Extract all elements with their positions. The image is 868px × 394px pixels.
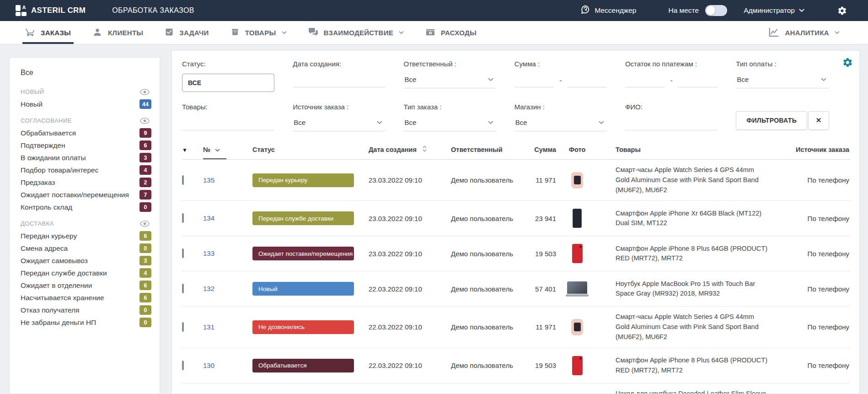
sum-from-input[interactable] bbox=[514, 74, 554, 87]
date-created-input[interactable] bbox=[293, 74, 385, 87]
filter-payment-type: Тип оплаты : Все bbox=[736, 60, 829, 92]
sidebar-item[interactable]: Контроль склад0 bbox=[10, 201, 160, 213]
sidebar-item[interactable]: Предзаказ2 bbox=[10, 176, 160, 189]
row-checkbox[interactable] bbox=[182, 322, 184, 332]
fio-input[interactable] bbox=[625, 117, 718, 130]
tab-tasks[interactable]: ЗАДАЧИ bbox=[165, 21, 209, 44]
row-checkbox[interactable] bbox=[182, 248, 184, 258]
main-area: Все НОВЫЙ Новый 44 СОГЛАСОВАНИЕ Обрабаты… bbox=[0, 44, 868, 394]
sidebar-item[interactable]: В ожидании оплаты3 bbox=[10, 151, 160, 164]
status-chip[interactable]: Новый bbox=[252, 282, 354, 296]
tab-clients[interactable]: КЛИЕНТЫ bbox=[92, 21, 143, 44]
order-number-link[interactable]: 132 bbox=[203, 285, 214, 292]
eye-icon[interactable] bbox=[140, 118, 150, 124]
row-checkbox[interactable] bbox=[182, 213, 184, 223]
column-header-number[interactable]: № bbox=[203, 140, 226, 159]
row-checkbox[interactable] bbox=[182, 175, 184, 185]
sum-cell: 19 503 bbox=[525, 362, 556, 369]
products-filter-input[interactable] bbox=[182, 117, 274, 130]
column-header-status: Статус bbox=[252, 146, 369, 153]
tab-products[interactable]: ТОВАРЫ bbox=[230, 21, 287, 44]
created-cell: 22.03.2022 09:10 bbox=[369, 362, 451, 369]
order-number-link[interactable]: 134 bbox=[203, 214, 214, 222]
chart-icon bbox=[768, 27, 779, 38]
count-badge: 3 bbox=[139, 256, 151, 265]
count-badge: 44 bbox=[139, 99, 151, 109]
row-checkbox[interactable] bbox=[182, 361, 184, 370]
sidebar-item[interactable]: Отказ получателя0 bbox=[10, 304, 160, 316]
filter-responsible: Ответственный : Все bbox=[403, 60, 496, 92]
status-chip[interactable]: Не дозвонились bbox=[252, 320, 354, 334]
table-row: 135 Передан курьеру 23.03.2022 09:10 Дем… bbox=[182, 160, 850, 201]
count-badge: 0 bbox=[139, 202, 151, 212]
status-chip[interactable]: Передан курьеру bbox=[252, 173, 354, 187]
eye-icon[interactable] bbox=[140, 89, 150, 95]
sum-to-input[interactable] bbox=[567, 74, 606, 87]
settings-gear-button[interactable] bbox=[837, 6, 847, 16]
chat-bubbles-icon bbox=[308, 27, 318, 38]
status-filter-input[interactable] bbox=[182, 74, 274, 92]
user-menu[interactable]: Администратор bbox=[744, 6, 804, 15]
balance-to-input[interactable] bbox=[678, 74, 718, 87]
presence-toggle[interactable] bbox=[705, 5, 727, 16]
order-number-link[interactable]: 130 bbox=[203, 362, 214, 369]
status-chip[interactable]: Передан службе доставки bbox=[252, 211, 354, 225]
eye-icon[interactable] bbox=[140, 221, 150, 227]
sidebar-item[interactable]: Ожидает в отделении6 bbox=[10, 279, 160, 291]
balance-from-input[interactable] bbox=[625, 74, 664, 87]
tab-interaction[interactable]: ВЗАИМОДЕЙСТВИЕ bbox=[308, 21, 404, 44]
shop-select[interactable]: Все bbox=[514, 117, 607, 131]
product-photo bbox=[564, 168, 590, 192]
sum-cell: 57 401 bbox=[525, 285, 556, 293]
select-value: Все bbox=[515, 119, 527, 126]
chevron-down-icon bbox=[821, 78, 826, 81]
tab-orders[interactable]: ЗАКАЗЫ bbox=[25, 21, 71, 44]
source-cell: По телефону bbox=[782, 215, 850, 222]
column-header-created[interactable]: Дата создания bbox=[369, 145, 427, 154]
filter-settings-gear-button[interactable] bbox=[842, 57, 853, 68]
order-number-link[interactable]: 135 bbox=[203, 176, 214, 184]
order-source-select[interactable]: Все bbox=[293, 117, 385, 131]
order-number-link[interactable]: 133 bbox=[203, 249, 214, 257]
filter-actions: ФИЛЬТРОВАТЬ ✕ bbox=[736, 111, 829, 130]
sidebar-item-label: Не забраны деньги НП bbox=[21, 318, 96, 327]
sidebar-group-approval: СОГЛАСОВАНИЕ bbox=[10, 110, 160, 127]
responsible-select[interactable]: Все bbox=[403, 74, 496, 88]
sidebar-item[interactable]: Новый 44 bbox=[10, 98, 160, 110]
sidebar-item[interactable]: Ожидает поставки/перемещения7 bbox=[10, 189, 160, 201]
sidebar-item[interactable]: Насчитывается хранение6 bbox=[10, 291, 160, 304]
apply-filter-button[interactable]: ФИЛЬТРОВАТЬ bbox=[736, 111, 807, 130]
column-header-source: Источник заказа bbox=[782, 146, 850, 153]
messenger-button[interactable]: Мессенджер bbox=[580, 5, 636, 16]
clear-filter-button[interactable]: ✕ bbox=[808, 111, 829, 130]
row-checkbox[interactable] bbox=[182, 284, 184, 293]
count-badge: 0 bbox=[139, 318, 151, 327]
range-separator: - bbox=[559, 76, 562, 87]
tab-expenses[interactable]: $ РАСХОДЫ bbox=[425, 21, 477, 44]
status-chip[interactable]: Ожидает поставки/перемещения bbox=[252, 247, 354, 260]
order-type-select[interactable]: Все bbox=[403, 117, 496, 131]
sidebar-item-all[interactable]: Все bbox=[10, 58, 160, 81]
sidebar-item[interactable]: Подбор товара/интерес4 bbox=[10, 164, 160, 176]
table-row: 132 Новый 22.03.2022 09:10 Демо пользова… bbox=[182, 271, 850, 307]
presence-control: На месте bbox=[668, 5, 727, 16]
filter-triangle-icon[interactable]: ▼ bbox=[182, 147, 188, 153]
count-badge: 2 bbox=[139, 178, 151, 187]
sidebar-item[interactable]: Смена адреса0 bbox=[10, 242, 160, 254]
brand[interactable]: A ASTERIL CRM bbox=[16, 5, 86, 16]
sidebar-item[interactable]: Передан службе доставки4 bbox=[10, 267, 160, 279]
count-badge: 6 bbox=[139, 140, 151, 150]
responsible-cell: Демо пользователь bbox=[451, 215, 525, 222]
sidebar-item[interactable]: Обрабатывается9 bbox=[10, 127, 160, 139]
order-number-link[interactable]: 131 bbox=[203, 323, 214, 331]
status-chip[interactable]: Обрабатывается bbox=[252, 359, 354, 372]
sidebar-item[interactable]: Ожидает самовывоз3 bbox=[10, 254, 160, 267]
sidebar-item[interactable]: Не забраны деньги НП0 bbox=[10, 316, 160, 329]
sidebar-item[interactable]: Подтвержден6 bbox=[10, 139, 160, 151]
tab-analytics[interactable]: АНАЛИТИКА bbox=[768, 21, 840, 44]
chevron-down-icon bbox=[377, 121, 382, 124]
tabbar: ЗАКАЗЫ КЛИЕНТЫ ЗАДАЧИ ТОВАРЫ ВЗАИМОДЕЙСТ… bbox=[0, 21, 868, 44]
sidebar-item[interactable]: Передан курьеру6 bbox=[10, 230, 160, 242]
filter-label: Товары: bbox=[182, 103, 274, 111]
payment-type-select[interactable]: Все bbox=[736, 74, 829, 88]
